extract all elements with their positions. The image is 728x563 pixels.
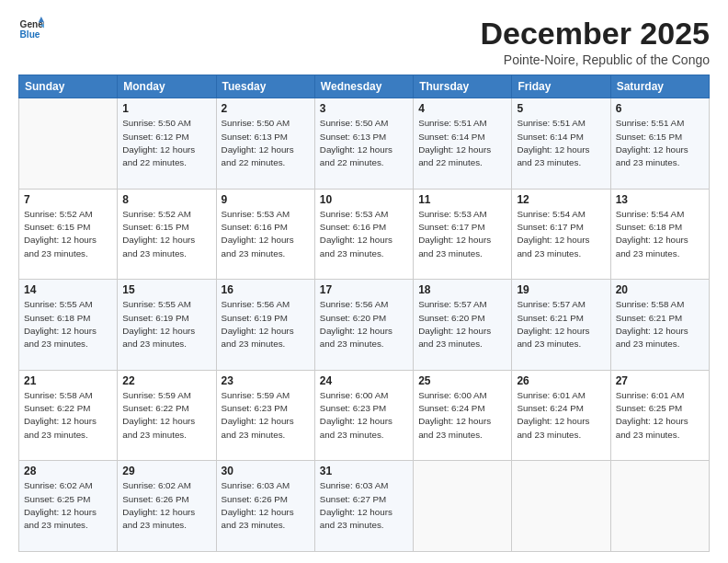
day-number: 2 [222, 102, 310, 115]
day-info: Sunrise: 5:54 AMSunset: 6:18 PMDaylight:… [616, 208, 704, 260]
day-number: 22 [122, 374, 210, 387]
day-number: 10 [320, 193, 408, 206]
calendar-header-row: Sunday Monday Tuesday Wednesday Thursday… [19, 75, 710, 98]
table-row: 24Sunrise: 6:00 AMSunset: 6:23 PMDayligh… [314, 370, 413, 461]
table-row: 2Sunrise: 5:50 AMSunset: 6:13 PMDaylight… [216, 98, 314, 190]
title-block: December 2025 Pointe-Noire, Republic of … [480, 17, 710, 67]
table-row: 19Sunrise: 5:57 AMSunset: 6:21 PMDayligh… [512, 280, 610, 371]
day-number: 12 [517, 193, 605, 206]
table-row: 16Sunrise: 5:56 AMSunset: 6:19 PMDayligh… [216, 280, 314, 371]
page: General Blue December 2025 Pointe-Noire,… [0, 0, 728, 563]
day-info: Sunrise: 5:56 AMSunset: 6:19 PMDaylight:… [222, 298, 310, 350]
table-row: 13Sunrise: 5:54 AMSunset: 6:18 PMDayligh… [610, 189, 709, 280]
day-number: 16 [222, 283, 310, 296]
day-number: 29 [122, 465, 210, 477]
day-number: 14 [24, 283, 112, 296]
table-row [414, 461, 512, 552]
table-row: 10Sunrise: 5:53 AMSunset: 6:16 PMDayligh… [314, 189, 413, 280]
col-thursday: Thursday [414, 75, 512, 98]
table-row: 6Sunrise: 5:51 AMSunset: 6:15 PMDaylight… [610, 98, 709, 190]
month-year: December 2025 [480, 17, 710, 51]
table-row: 4Sunrise: 5:51 AMSunset: 6:14 PMDaylight… [414, 98, 512, 190]
day-info: Sunrise: 5:58 AMSunset: 6:22 PMDaylight:… [24, 389, 112, 442]
day-info: Sunrise: 5:57 AMSunset: 6:20 PMDaylight:… [418, 298, 506, 350]
table-row: 12Sunrise: 5:54 AMSunset: 6:17 PMDayligh… [512, 189, 610, 280]
day-number: 18 [418, 283, 506, 296]
table-row: 20Sunrise: 5:58 AMSunset: 6:21 PMDayligh… [610, 280, 709, 371]
day-info: Sunrise: 5:51 AMSunset: 6:14 PMDaylight:… [517, 117, 605, 169]
table-row [610, 461, 709, 552]
day-info: Sunrise: 6:03 AMSunset: 6:26 PMDaylight:… [222, 479, 310, 532]
day-number: 31 [320, 465, 408, 477]
day-info: Sunrise: 6:02 AMSunset: 6:25 PMDaylight:… [24, 479, 112, 532]
logo: General Blue [18, 17, 44, 42]
day-number: 13 [616, 193, 704, 206]
location: Pointe-Noire, Republic of the Congo [480, 52, 710, 67]
day-info: Sunrise: 6:00 AMSunset: 6:24 PMDaylight:… [418, 389, 506, 442]
calendar-week-row: 28Sunrise: 6:02 AMSunset: 6:25 PMDayligh… [19, 461, 710, 552]
col-saturday: Saturday [610, 75, 709, 98]
table-row: 14Sunrise: 5:55 AMSunset: 6:18 PMDayligh… [19, 280, 118, 371]
table-row: 15Sunrise: 5:55 AMSunset: 6:19 PMDayligh… [118, 280, 216, 371]
day-number: 15 [122, 283, 210, 296]
table-row: 1Sunrise: 5:50 AMSunset: 6:12 PMDaylight… [118, 98, 216, 190]
day-number: 9 [222, 193, 310, 206]
day-number: 3 [320, 102, 408, 115]
table-row: 7Sunrise: 5:52 AMSunset: 6:15 PMDaylight… [19, 189, 118, 280]
day-number: 1 [122, 102, 210, 115]
col-monday: Monday [118, 75, 216, 98]
table-row: 25Sunrise: 6:00 AMSunset: 6:24 PMDayligh… [414, 370, 512, 461]
day-info: Sunrise: 5:57 AMSunset: 6:21 PMDaylight:… [517, 298, 605, 350]
table-row [19, 98, 118, 190]
day-number: 26 [517, 374, 605, 387]
day-info: Sunrise: 6:01 AMSunset: 6:24 PMDaylight:… [517, 389, 605, 442]
day-info: Sunrise: 5:50 AMSunset: 6:13 PMDaylight:… [222, 117, 310, 169]
col-friday: Friday [512, 75, 610, 98]
table-row: 27Sunrise: 6:01 AMSunset: 6:25 PMDayligh… [610, 370, 709, 461]
table-row: 30Sunrise: 6:03 AMSunset: 6:26 PMDayligh… [216, 461, 314, 552]
day-number: 20 [616, 283, 704, 296]
day-info: Sunrise: 6:02 AMSunset: 6:26 PMDaylight:… [122, 479, 210, 532]
logo-icon: General Blue [18, 17, 44, 42]
calendar-week-row: 21Sunrise: 5:58 AMSunset: 6:22 PMDayligh… [19, 370, 710, 461]
day-info: Sunrise: 5:53 AMSunset: 6:16 PMDaylight:… [222, 208, 310, 260]
day-number: 21 [24, 374, 112, 387]
day-info: Sunrise: 5:52 AMSunset: 6:15 PMDaylight:… [122, 208, 210, 260]
header: General Blue December 2025 Pointe-Noire,… [18, 17, 710, 67]
day-info: Sunrise: 5:54 AMSunset: 6:17 PMDaylight:… [517, 208, 605, 260]
day-info: Sunrise: 5:59 AMSunset: 6:23 PMDaylight:… [222, 389, 310, 442]
calendar-week-row: 1Sunrise: 5:50 AMSunset: 6:12 PMDaylight… [19, 98, 710, 190]
day-number: 17 [320, 283, 408, 296]
day-info: Sunrise: 5:53 AMSunset: 6:17 PMDaylight:… [418, 208, 506, 260]
table-row: 8Sunrise: 5:52 AMSunset: 6:15 PMDaylight… [118, 189, 216, 280]
calendar-table: Sunday Monday Tuesday Wednesday Thursday… [18, 75, 710, 552]
col-sunday: Sunday [19, 75, 118, 98]
day-number: 7 [24, 193, 112, 206]
day-info: Sunrise: 5:55 AMSunset: 6:19 PMDaylight:… [122, 298, 210, 350]
day-info: Sunrise: 5:51 AMSunset: 6:14 PMDaylight:… [418, 117, 506, 169]
table-row: 5Sunrise: 5:51 AMSunset: 6:14 PMDaylight… [512, 98, 610, 190]
day-info: Sunrise: 5:50 AMSunset: 6:13 PMDaylight:… [320, 117, 408, 169]
table-row: 18Sunrise: 5:57 AMSunset: 6:20 PMDayligh… [414, 280, 512, 371]
day-info: Sunrise: 5:50 AMSunset: 6:12 PMDaylight:… [122, 117, 210, 169]
day-info: Sunrise: 5:51 AMSunset: 6:15 PMDaylight:… [616, 117, 704, 169]
calendar-week-row: 14Sunrise: 5:55 AMSunset: 6:18 PMDayligh… [19, 280, 710, 371]
day-number: 6 [616, 102, 704, 115]
day-number: 11 [418, 193, 506, 206]
day-info: Sunrise: 5:55 AMSunset: 6:18 PMDaylight:… [24, 298, 112, 350]
calendar-week-row: 7Sunrise: 5:52 AMSunset: 6:15 PMDaylight… [19, 189, 710, 280]
day-info: Sunrise: 6:00 AMSunset: 6:23 PMDaylight:… [320, 389, 408, 442]
day-number: 8 [122, 193, 210, 206]
day-info: Sunrise: 5:59 AMSunset: 6:22 PMDaylight:… [122, 389, 210, 442]
table-row: 21Sunrise: 5:58 AMSunset: 6:22 PMDayligh… [19, 370, 118, 461]
day-info: Sunrise: 5:58 AMSunset: 6:21 PMDaylight:… [616, 298, 704, 350]
svg-text:Blue: Blue [20, 29, 40, 40]
table-row: 28Sunrise: 6:02 AMSunset: 6:25 PMDayligh… [19, 461, 118, 552]
day-number: 24 [320, 374, 408, 387]
col-wednesday: Wednesday [314, 75, 413, 98]
day-info: Sunrise: 5:56 AMSunset: 6:20 PMDaylight:… [320, 298, 408, 350]
table-row: 31Sunrise: 6:03 AMSunset: 6:27 PMDayligh… [314, 461, 413, 552]
table-row: 22Sunrise: 5:59 AMSunset: 6:22 PMDayligh… [118, 370, 216, 461]
day-number: 27 [616, 374, 704, 387]
day-info: Sunrise: 5:52 AMSunset: 6:15 PMDaylight:… [24, 208, 112, 260]
